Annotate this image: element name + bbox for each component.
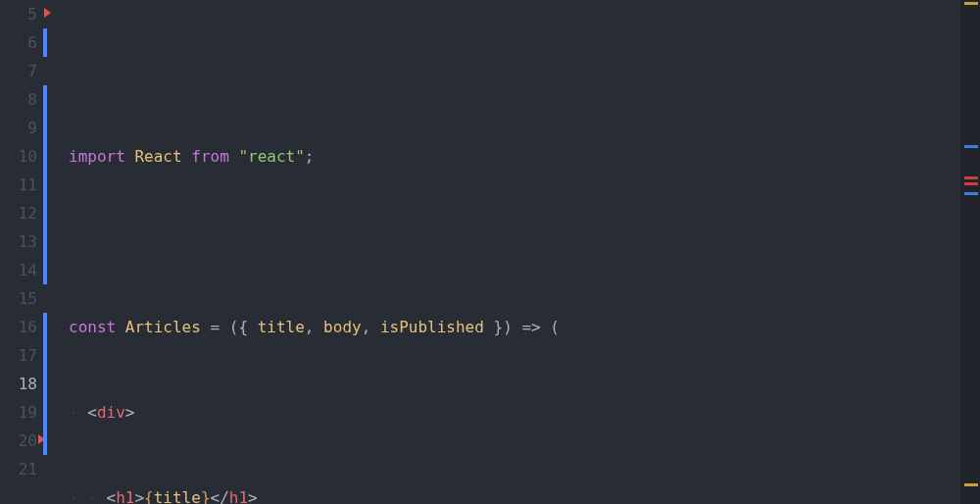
keyword: import [69, 147, 125, 166]
line-number[interactable]: 21 [0, 455, 37, 483]
code-line[interactable] [47, 227, 960, 256]
line-number[interactable]: 10 [0, 142, 37, 171]
minimap-warning-marker [964, 2, 978, 5]
code-line[interactable]: import React from "react"; [47, 142, 960, 171]
identifier: Articles [125, 318, 201, 336]
code-line[interactable]: · · <h1>{title}</h1> [47, 483, 960, 504]
line-number[interactable]: 15 [0, 284, 37, 313]
minimap-error-marker [964, 176, 978, 179]
line-number-gutter[interactable]: 5 6 7 8 9 10 11 12 13 14 15 16 17 18 19 … [0, 0, 43, 504]
identifier: React [134, 147, 181, 166]
code-line[interactable] [47, 57, 960, 85]
line-number[interactable]: 11 [0, 171, 37, 199]
jsx-tag: div [97, 403, 125, 422]
keyword: from [191, 147, 229, 166]
code-line[interactable]: · <div> [47, 398, 960, 427]
line-number[interactable]: 18 [0, 370, 37, 398]
line-number[interactable]: 6 [0, 28, 37, 57]
code-editor: 5 6 7 8 9 10 11 12 13 14 15 16 17 18 19 … [0, 0, 980, 504]
minimap[interactable] [960, 0, 980, 504]
minimap-change-marker [964, 192, 978, 195]
minimap-change-marker [964, 145, 978, 148]
string-literal: "react" [238, 147, 304, 166]
line-number[interactable]: 20 [0, 427, 37, 455]
code-area[interactable]: import React from "react"; const Article… [47, 0, 960, 504]
line-number[interactable]: 16 [0, 313, 37, 341]
line-number[interactable]: 8 [0, 85, 37, 114]
line-number[interactable]: 14 [0, 256, 37, 284]
line-number[interactable]: 17 [0, 341, 37, 370]
minimap-warning-marker [964, 483, 978, 486]
line-number[interactable]: 19 [0, 398, 37, 427]
keyword: const [69, 318, 116, 336]
punct: ; [305, 147, 315, 166]
line-number[interactable]: 13 [0, 227, 37, 256]
jsx-tag: h1 [116, 488, 134, 504]
minimap-error-marker [964, 182, 978, 185]
line-number[interactable]: 12 [0, 199, 37, 227]
line-number[interactable]: 9 [0, 114, 37, 142]
line-number[interactable]: 5 [0, 0, 37, 28]
code-line[interactable]: const Articles = ({ title, body, isPubli… [47, 313, 960, 341]
line-number[interactable]: 7 [0, 57, 37, 85]
